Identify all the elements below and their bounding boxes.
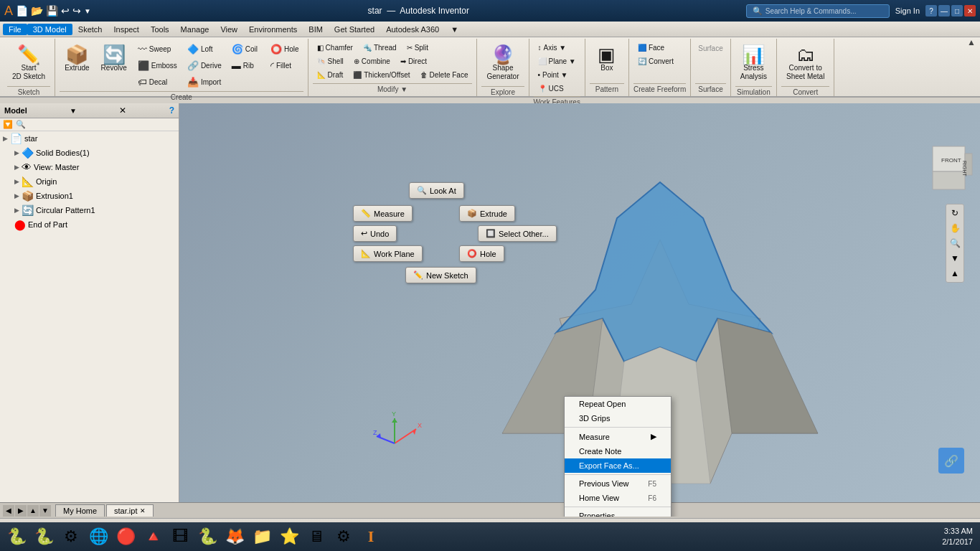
tree-star[interactable]: ▶ 📄 star	[0, 131, 179, 146]
zoom-all-tool[interactable]: ▲	[948, 267, 961, 280]
task-gear2[interactable]: ⚙	[330, 524, 357, 550]
close-btn[interactable]: ✕	[964, 5, 976, 17]
task-movie[interactable]: 🎞	[166, 524, 194, 550]
viewport[interactable]: FRONT RIGHT X Y Z 🔍 Look At 📏 Measure 📦 …	[179, 103, 980, 517]
panel-help-btn[interactable]: ?	[169, 105, 174, 116]
ctx-export-face[interactable]: Export Face As...	[565, 458, 671, 473]
sign-in-link[interactable]: Sign In	[895, 6, 920, 15]
task-folder[interactable]: 📁	[248, 524, 275, 550]
ucs-btn[interactable]: 📍UCS	[534, 83, 580, 95]
search-box[interactable]: 🔍 Search Help & Commands...	[746, 4, 890, 18]
float-look-at-btn[interactable]: 🔍 Look At	[409, 182, 464, 199]
float-work-plane-btn[interactable]: 📐 Work Plane	[353, 245, 423, 262]
quick-access-undo[interactable]: ↩	[61, 5, 70, 17]
shape-generator-btn[interactable]: 🔮 ShapeGenerator	[481, 42, 524, 85]
ctx-create-note[interactable]: Create Note	[565, 444, 671, 458]
task-python1[interactable]: 🐍	[3, 524, 30, 550]
loft-btn[interactable]: 🔷Loft	[183, 42, 226, 57]
ctx-previous-view[interactable]: Previous ViewF5	[565, 476, 671, 491]
pan-tool[interactable]: ✋	[948, 222, 961, 235]
emboss-btn[interactable]: ⬛Emboss	[133, 58, 182, 73]
deleteface-btn[interactable]: 🗑Delete Face	[416, 69, 473, 81]
tab-nav-right[interactable]: ▶	[15, 505, 27, 517]
task-red[interactable]: 🔴	[112, 524, 139, 550]
sweep-btn[interactable]: 〰Sweep	[133, 42, 182, 57]
tab-star-close[interactable]: ✕	[140, 507, 146, 514]
task-python2[interactable]: 🐍	[30, 524, 57, 550]
stress-analysis-btn[interactable]: 📊 StressAnalysis	[735, 42, 772, 85]
fillet-btn[interactable]: ◜Fillet	[266, 58, 303, 73]
split-btn[interactable]: ✂Split	[402, 42, 433, 54]
menu-3dmodel[interactable]: 3D Model	[27, 24, 72, 35]
share-btn[interactable]: 🔗	[938, 448, 964, 474]
panel-filter-icon[interactable]: 🔽	[3, 120, 13, 129]
orbit-tool[interactable]: ↻	[948, 207, 961, 220]
decal-btn[interactable]: 🏷Decal	[133, 75, 182, 90]
task-inventor[interactable]: I	[357, 524, 385, 550]
draft-btn[interactable]: 📐Draft	[313, 69, 348, 81]
ctx-home-view[interactable]: Home ViewF6	[565, 491, 671, 505]
thread-btn[interactable]: 🔩Thread	[359, 42, 401, 54]
menu-inspect[interactable]: Inspect	[108, 24, 144, 35]
thicken-btn[interactable]: ⬛Thicken/Offset	[349, 69, 414, 81]
float-undo-btn[interactable]: ↩ Undo	[353, 225, 397, 242]
box-btn[interactable]: ▣ Box	[590, 42, 624, 75]
quick-access-open[interactable]: 📂	[31, 5, 43, 17]
quick-access-redo[interactable]: ↪	[72, 5, 81, 17]
zoom-in-tool[interactable]: 🔍	[948, 237, 961, 250]
task-gear[interactable]: ⚙	[57, 524, 85, 550]
panel-search-icon[interactable]: 🔍	[16, 120, 26, 129]
ctx-properties[interactable]: Properties	[565, 509, 671, 517]
menu-environments[interactable]: Environments	[243, 24, 303, 35]
task-monitor[interactable]: 🖥	[303, 524, 330, 550]
minimize-btn[interactable]: —	[938, 5, 950, 17]
tab-my-home[interactable]: My Home	[55, 504, 105, 517]
task-python3[interactable]: 🐍	[194, 524, 221, 550]
ctx-measure[interactable]: Measure▶	[565, 429, 671, 444]
plane-btn[interactable]: ⬜Plane ▼	[534, 55, 580, 67]
zoom-out-tool[interactable]: ▼	[948, 252, 961, 265]
ctx-repeat-open[interactable]: Repeat Open	[565, 397, 671, 411]
float-new-sketch-btn[interactable]: ✏️ New Sketch	[405, 267, 476, 283]
tree-view-master[interactable]: ▶ 👁 View: Master	[0, 160, 179, 174]
tree-end-of-part[interactable]: ⬤ End of Part	[0, 217, 179, 232]
convert-sheet-metal-btn[interactable]: 🗂 Convert toSheet Metal	[781, 42, 829, 85]
tab-star-ipt[interactable]: star.ipt ✕	[106, 504, 154, 517]
float-extrude-btn[interactable]: 📦 Extrude	[459, 205, 515, 222]
quick-access-new[interactable]: 📄	[16, 5, 28, 17]
task-firefox[interactable]: 🦊	[221, 524, 248, 550]
chamfer-btn[interactable]: ◧Chamfer	[313, 42, 357, 54]
menu-getstarted[interactable]: Get Started	[329, 24, 380, 35]
tab-nav-left[interactable]: ◀	[3, 505, 14, 517]
viewcube[interactable]: FRONT RIGHT	[918, 139, 969, 189]
menu-a360[interactable]: Autodesk A360	[380, 24, 445, 35]
task-star[interactable]: ⭐	[275, 524, 303, 550]
menu-view[interactable]: View	[215, 24, 243, 35]
panel-dropdown[interactable]: ▼	[70, 107, 77, 115]
float-select-other-btn[interactable]: 🔲 Select Other...	[478, 225, 557, 242]
point-btn[interactable]: •Point ▼	[534, 69, 580, 81]
maximize-btn[interactable]: □	[951, 5, 963, 17]
derive-btn[interactable]: 🔗Derive	[183, 58, 226, 73]
quick-access-more[interactable]: ▼	[84, 7, 91, 15]
tree-solid-bodies[interactable]: ▶ 🔷 Solid Bodies(1)	[0, 146, 179, 160]
menu-more[interactable]: ▼	[445, 24, 464, 35]
tree-circular-pattern1[interactable]: ▶ 🔄 Circular Pattern1	[0, 203, 179, 217]
ctx-3d-grips[interactable]: 3D Grips	[565, 411, 671, 425]
menu-bim[interactable]: BIM	[303, 24, 329, 35]
revolve-btn[interactable]: 🔄 Revolve	[96, 42, 132, 90]
tab-nav-down[interactable]: ▼	[39, 505, 51, 517]
start-2d-sketch-btn[interactable]: ✏️ Start2D Sketch	[7, 42, 50, 85]
menu-manage[interactable]: Manage	[175, 24, 215, 35]
task-red2[interactable]: 🔺	[139, 524, 166, 550]
hole-btn[interactable]: ⭕Hole	[266, 42, 303, 57]
shell-btn[interactable]: 🐚Shell	[313, 55, 348, 67]
tree-extrusion1[interactable]: ▶ 📦 Extrusion1	[0, 189, 179, 203]
rib-btn[interactable]: ▬Rib	[227, 58, 262, 73]
direct-btn[interactable]: ➡Direct	[396, 55, 431, 67]
ribbon-collapse-btn[interactable]: ▲	[967, 37, 976, 47]
menu-sketch[interactable]: Sketch	[72, 24, 108, 35]
help-btn[interactable]: ?	[925, 5, 937, 17]
face-btn[interactable]: 🟦Face	[633, 42, 686, 54]
extrude-btn[interactable]: 📦 Extrude	[60, 42, 94, 90]
